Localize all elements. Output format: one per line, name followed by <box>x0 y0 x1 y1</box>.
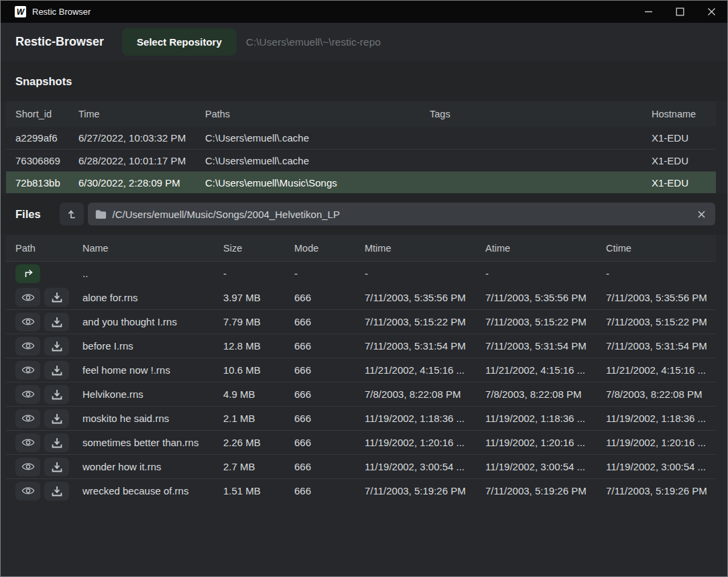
download-icon <box>52 317 62 327</box>
eye-icon <box>21 413 35 423</box>
preview-file-button[interactable] <box>15 482 40 501</box>
file-mode: 666 <box>294 437 365 448</box>
eye-icon <box>21 486 35 496</box>
titlebar: W Restic Browser <box>1 1 727 23</box>
file-name: .. <box>82 268 223 279</box>
file-row: feel home now !.rns 10.6 MB 666 11/21/20… <box>6 358 716 382</box>
file-atime: 11/19/2002, 1:20:16 ... <box>485 437 606 448</box>
clear-path-button[interactable] <box>694 207 709 221</box>
files-path-bar[interactable]: /C/Users/emuell/Music/Songs/2004_Helveti… <box>88 203 715 225</box>
file-mtime: 7/11/2003, 5:19:26 PM <box>365 485 485 496</box>
snapshots-title: Snapshots <box>15 75 72 88</box>
files-section-header: Files /C/Users/emuell/Music/Songs/2004_H… <box>1 193 727 235</box>
file-mode: 666 <box>294 388 365 400</box>
download-file-button[interactable] <box>44 337 69 356</box>
select-repository-button[interactable]: Select Repository <box>122 28 237 56</box>
column-time: Time <box>78 109 205 119</box>
column-name: Name <box>82 243 223 254</box>
file-mode: 666 <box>294 340 365 352</box>
file-mode: 666 <box>294 316 365 327</box>
eye-icon <box>21 462 35 472</box>
column-path: Path <box>15 243 82 254</box>
file-size: 2.26 MB <box>223 437 294 448</box>
empty-area <box>1 503 727 576</box>
file-size: 10.6 MB <box>223 364 294 376</box>
download-icon <box>52 292 62 303</box>
clear-icon <box>697 210 706 219</box>
download-icon <box>52 462 62 472</box>
snapshot-short-id: a2299af6 <box>15 132 78 144</box>
window-title: Restic Browser <box>32 7 90 17</box>
file-ctime: 7/11/2003, 5:19:26 PM <box>606 485 707 496</box>
snapshot-row[interactable]: a2299af6 6/27/2022, 10:03:32 PM C:\Users… <box>6 127 716 149</box>
file-ctime: 7/8/2003, 8:22:08 PM <box>606 388 707 400</box>
file-size: 2.7 MB <box>223 461 294 472</box>
file-row: sometimes better than.rns 2.26 MB 666 11… <box>6 430 716 454</box>
file-mtime: 11/19/2002, 1:20:16 ... <box>365 437 485 448</box>
download-icon <box>52 389 62 400</box>
file-atime: 11/21/2002, 4:15:16 ... <box>485 364 606 376</box>
eye-icon <box>21 437 35 448</box>
download-file-button[interactable] <box>44 458 69 476</box>
file-size: 7.79 MB <box>223 316 294 327</box>
download-file-button[interactable] <box>44 288 69 307</box>
snapshot-short-id: 76306869 <box>15 155 78 166</box>
snapshot-hostname: X1-EDU <box>652 132 707 144</box>
preview-file-button[interactable] <box>15 313 40 331</box>
file-atime: 7/8/2003, 8:22:08 PM <box>485 388 606 400</box>
file-mtime: 7/8/2003, 8:22:08 PM <box>365 388 485 400</box>
preview-file-button[interactable] <box>15 288 40 307</box>
preview-file-button[interactable] <box>15 409 40 428</box>
file-mtime: 11/19/2002, 1:18:36 ... <box>365 413 485 424</box>
download-file-button[interactable] <box>44 361 69 380</box>
download-file-button[interactable] <box>44 409 69 428</box>
snapshot-time: 6/30/2022, 2:28:09 PM <box>78 177 205 189</box>
file-ctime: 7/11/2003, 5:31:54 PM <box>606 340 707 352</box>
snapshots-table: Short_id Time Paths Tags Hostname a2299a… <box>6 101 716 193</box>
file-ctime: 11/19/2002, 3:00:54 ... <box>606 461 707 472</box>
file-ctime: - <box>606 268 707 279</box>
snapshot-hostname: X1-EDU <box>652 177 707 189</box>
minimize-button[interactable] <box>633 1 664 23</box>
file-ctime: 11/19/2002, 1:18:36 ... <box>606 413 707 424</box>
file-mtime: 11/21/2002, 4:15:16 ... <box>365 364 485 376</box>
column-atime: Atime <box>485 243 606 254</box>
preview-file-button[interactable] <box>15 433 40 452</box>
file-mode: 666 <box>294 413 365 424</box>
preview-file-button[interactable] <box>15 337 40 356</box>
file-row: Helvikone.rns 4.9 MB 666 7/8/2003, 8:22:… <box>6 382 716 406</box>
snapshots-section-header: Snapshots <box>1 61 727 101</box>
file-name: feel home now !.rns <box>82 364 223 376</box>
preview-file-button[interactable] <box>15 385 40 404</box>
file-mode: 666 <box>294 461 365 472</box>
download-file-button[interactable] <box>44 385 69 404</box>
file-mode: 666 <box>294 364 365 376</box>
download-file-button[interactable] <box>44 433 69 452</box>
file-row: wrecked because of.rns 1.51 MB 666 7/11/… <box>6 478 716 503</box>
files-table: Path Name Size Mode Mtime Atime Ctime ..… <box>6 235 716 503</box>
files-table-body: alone for.rns 3.97 MB 666 7/11/2003, 5:3… <box>6 285 716 503</box>
maximize-button[interactable] <box>664 1 696 23</box>
preview-file-button[interactable] <box>15 458 40 476</box>
snapshot-paths: C:\Users\emuell\.cache <box>205 132 430 144</box>
file-mode: 666 <box>294 292 365 303</box>
file-ctime: 11/19/2002, 1:20:16 ... <box>606 437 707 448</box>
file-size: - <box>223 268 294 279</box>
file-name: wonder how it.rns <box>82 461 223 472</box>
download-file-button[interactable] <box>44 313 69 331</box>
snapshot-short-id: 72b813bb <box>15 177 78 189</box>
snapshot-row[interactable]: 72b813bb 6/30/2022, 2:28:09 PM C:\Users\… <box>6 171 716 193</box>
snapshots-table-header: Short_id Time Paths Tags Hostname <box>6 101 716 127</box>
file-ctime: 7/11/2003, 5:15:22 PM <box>606 316 707 327</box>
snapshot-row[interactable]: 76306869 6/28/2022, 10:01:17 PM C:\Users… <box>6 149 716 171</box>
file-row: and you thought I.rns 7.79 MB 666 7/11/2… <box>6 309 716 333</box>
parent-directory-row[interactable]: .. - - - - - <box>6 261 716 285</box>
eye-icon <box>21 365 35 375</box>
go-parent-button[interactable] <box>15 264 40 283</box>
download-file-button[interactable] <box>44 482 69 501</box>
file-mtime: 7/11/2003, 5:15:22 PM <box>365 316 485 327</box>
snapshot-time: 6/28/2022, 10:01:17 PM <box>78 155 205 166</box>
close-button[interactable] <box>696 1 727 23</box>
go-up-level-button[interactable] <box>60 203 84 225</box>
preview-file-button[interactable] <box>15 361 40 380</box>
